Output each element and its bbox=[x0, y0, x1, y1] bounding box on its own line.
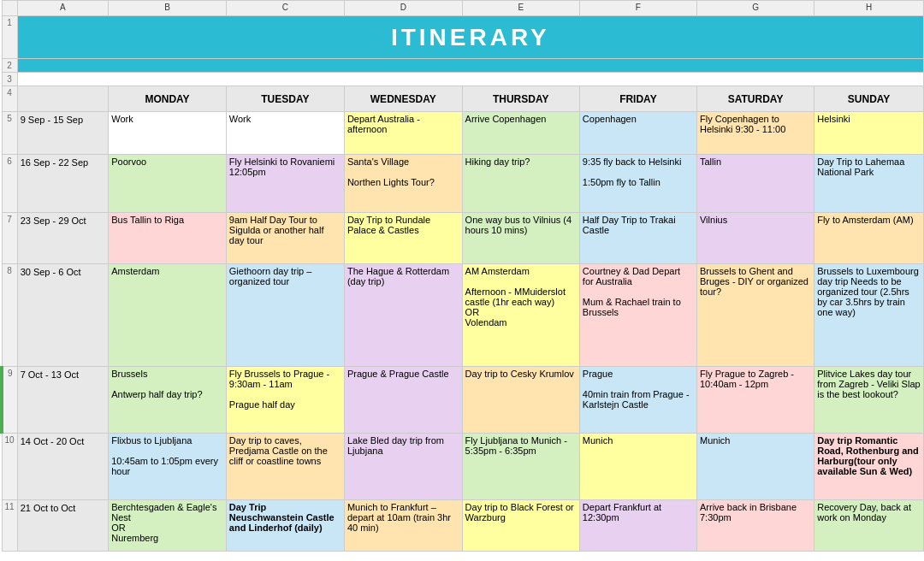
tue-5: Fly Brussels to Prague - 9:30am - 11am P… bbox=[226, 367, 344, 434]
thu-7: Day trip to Black Forest or Warzburg bbox=[462, 500, 579, 552]
fri-5: Prague 40min train from Prague - Karlste… bbox=[579, 367, 696, 434]
wed-4: The Hague & Rotterdam (day trip) bbox=[344, 264, 462, 367]
col-a-header: A bbox=[17, 1, 109, 16]
thu-1: Arrive Copenhagen bbox=[462, 112, 579, 155]
tue-2: Fly Helsinki to Rovaniemi 12:05pm bbox=[226, 155, 344, 213]
mon-6: Flixbus to Ljubljana 10:45am to 1:05pm e… bbox=[109, 434, 227, 500]
thu-2: Hiking day trip? bbox=[462, 155, 579, 213]
sat-4: Brussels to Ghent and Bruges - DIY or or… bbox=[696, 264, 814, 367]
wednesday-header: WEDNESDAY bbox=[344, 86, 462, 112]
week-row-8: 8 30 Sep - 6 Oct Amsterdam Giethoorn day… bbox=[2, 264, 924, 367]
wed-5: Prague & Prague Castle bbox=[344, 367, 462, 434]
mon-1: Work bbox=[109, 112, 227, 155]
sat-2: Tallin bbox=[696, 155, 814, 213]
sat-3: Vilnius bbox=[696, 213, 814, 264]
fri-2: 9:35 fly back to Helsinki 1:50pm fly to … bbox=[579, 155, 696, 213]
week-dates-3: 23 Sep - 29 Oct bbox=[17, 213, 109, 264]
tuesday-header: TUESDAY bbox=[226, 86, 344, 112]
corner-cell bbox=[2, 1, 17, 16]
row-3: 3 bbox=[2, 73, 924, 86]
week-row-7: 7 23 Sep - 29 Oct Bus Tallin to Riga 9am… bbox=[2, 213, 924, 264]
tue-7: Day Trip Neuschwanstein Castle and Linde… bbox=[226, 500, 344, 552]
sun-6: Day trip Romantic Road, Rothenburg and H… bbox=[814, 434, 924, 500]
fri-3: Half Day Trip to Trakai Castle bbox=[579, 213, 696, 264]
week-row-6: 6 16 Sep - 22 Sep Poorvoo Fly Helsinki t… bbox=[2, 155, 924, 213]
sun-1: Helsinki bbox=[814, 112, 924, 155]
sun-4: Brussels to Luxembourg day trip Needs to… bbox=[814, 264, 924, 367]
col-e-header: E bbox=[462, 1, 579, 16]
tue-6: Day trip to caves, Predjama Castle on th… bbox=[226, 434, 344, 500]
mon-3: Bus Tallin to Riga bbox=[109, 213, 227, 264]
fri-6: Munich bbox=[579, 434, 696, 500]
friday-header: FRIDAY bbox=[579, 86, 696, 112]
mon-2: Poorvoo bbox=[109, 155, 227, 213]
mon-4: Amsterdam bbox=[109, 264, 227, 367]
week-dates-1: 9 Sep - 15 Sep bbox=[17, 112, 109, 155]
wed-2: Santa's Village Northen Lights Tour? bbox=[344, 155, 462, 213]
tue-3: 9am Half Day Tour to Sigulda or another … bbox=[226, 213, 344, 264]
col-h-header: H bbox=[814, 1, 924, 16]
sunday-header: SUNDAY bbox=[814, 86, 924, 112]
mon-7: Berchtesgaden & Eagle's Nest OR Nurember… bbox=[109, 500, 227, 552]
row-2: 2 bbox=[2, 59, 924, 73]
col-f-header: F bbox=[579, 1, 696, 16]
col-g-header: G bbox=[696, 1, 814, 16]
fri-4: Courtney & Dad Depart for Australia Mum … bbox=[579, 264, 696, 367]
wed-1: Depart Australia - afternoon bbox=[344, 112, 462, 155]
sat-1: Fly Copenhagen to Helsinki 9:30 - 11:00 bbox=[696, 112, 814, 155]
sun-5: Plitvice Lakes day tour from Zagreb - Ve… bbox=[814, 367, 924, 434]
week-row-11: 11 21 Oct to Oct Berchtesgaden & Eagle's… bbox=[2, 500, 924, 552]
sun-7: Recovery Day, back at work on Monday bbox=[814, 500, 924, 552]
spreadsheet: A B C D E F G H 1 ITINERARY 2 3 4 MONDAY… bbox=[0, 0, 924, 552]
week-col-header bbox=[17, 86, 109, 112]
week-dates-7: 21 Oct to Oct bbox=[17, 500, 109, 552]
tue-4: Giethoorn day trip – organized tour bbox=[226, 264, 344, 367]
col-d-header: D bbox=[344, 1, 462, 16]
saturday-header: SATURDAY bbox=[696, 86, 814, 112]
sat-6: Munich bbox=[696, 434, 814, 500]
week-dates-5: 7 Oct - 13 Oct bbox=[17, 367, 109, 434]
col-b-header: B bbox=[109, 1, 227, 16]
week-dates-4: 30 Sep - 6 Oct bbox=[17, 264, 109, 367]
col-c-header: C bbox=[226, 1, 344, 16]
day-header-row: 4 MONDAY TUESDAY WEDNESDAY THURSDAY FRID… bbox=[2, 86, 924, 112]
page-title: ITINERARY bbox=[391, 24, 550, 50]
sun-2: Day Trip to Lahemaa National Park bbox=[814, 155, 924, 213]
row-1-label: 1 bbox=[2, 16, 17, 59]
fri-7: Depart Frankfurt at 12:30pm bbox=[579, 500, 696, 552]
fri-1: Copenhagen bbox=[579, 112, 696, 155]
thursday-header: THURSDAY bbox=[462, 86, 579, 112]
thu-4: AM Amsterdam Afternoon - MMuiderslot cas… bbox=[462, 264, 579, 367]
thu-3: One way bus to Vilnius (4 hours 10 mins) bbox=[462, 213, 579, 264]
week-row-5: 5 9 Sep - 15 Sep Work Work Depart Austra… bbox=[2, 112, 924, 155]
week-row-9: 9 7 Oct - 13 Oct Brussels Antwerp half d… bbox=[2, 367, 924, 434]
week-row-10: 10 14 Oct - 20 Oct Flixbus to Ljubljana … bbox=[2, 434, 924, 500]
wed-6: Lake Bled day trip from Ljubjana bbox=[344, 434, 462, 500]
wed-7: Munich to Frankfurt – depart at 10am (tr… bbox=[344, 500, 462, 552]
sat-7: Arrive back in Brisbane 7:30pm bbox=[696, 500, 814, 552]
col-letter-row: A B C D E F G H bbox=[2, 1, 924, 16]
week-dates-6: 14 Oct - 20 Oct bbox=[17, 434, 109, 500]
title-row: 1 ITINERARY bbox=[2, 16, 924, 59]
sat-5: Fly Prague to Zagreb - 10:40am - 12pm bbox=[696, 367, 814, 434]
mon-5: Brussels Antwerp half day trip? bbox=[109, 367, 227, 434]
monday-header: MONDAY bbox=[109, 86, 227, 112]
thu-6: Fly Ljubljana to Munich - 5:35pm - 6:35p… bbox=[462, 434, 579, 500]
sun-3: Fly to Amsterdam (AM) bbox=[814, 213, 924, 264]
wed-3: Day Trip to Rundale Palace & Castles bbox=[344, 213, 462, 264]
thu-5: Day trip to Cesky Krumlov bbox=[462, 367, 579, 434]
week-dates-2: 16 Sep - 22 Sep bbox=[17, 155, 109, 213]
tue-1: Work bbox=[226, 112, 344, 155]
